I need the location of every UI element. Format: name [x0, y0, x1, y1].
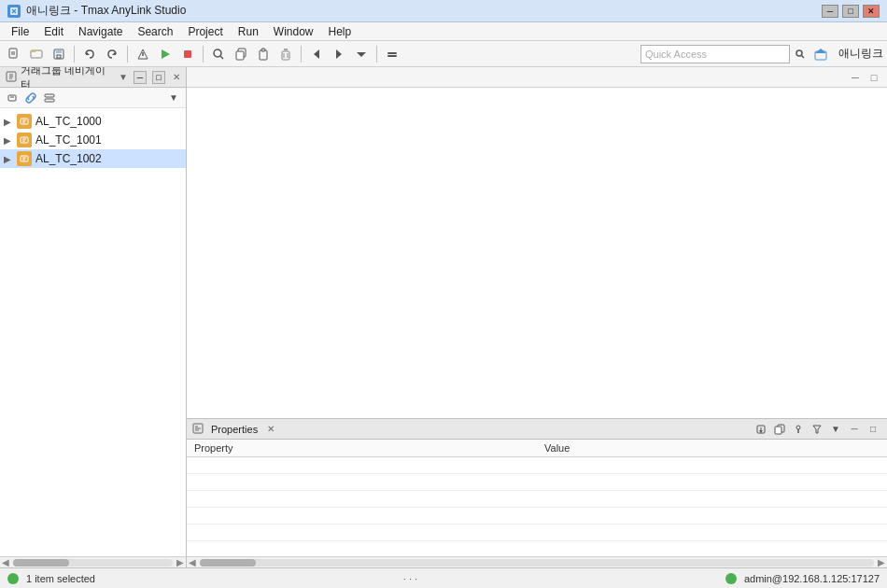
- nav-toolbar-menu[interactable]: ▼: [165, 90, 182, 106]
- toolbar-btn-open[interactable]: [26, 44, 47, 64]
- scroll-left-btn[interactable]: ◀: [0, 557, 11, 567]
- props-scroll-left[interactable]: ◀: [187, 557, 198, 567]
- window-title: 애니링크 - Tmax AnyLink Studio: [26, 3, 186, 19]
- menu-run[interactable]: Run: [231, 23, 266, 40]
- svg-rect-15: [184, 50, 191, 58]
- menu-file[interactable]: File: [4, 23, 36, 40]
- menu-bar: File Edit Navigate Search Project Run Wi…: [0, 22, 887, 41]
- properties-table: Property Value: [187, 440, 887, 541]
- prop-cell-2b: [537, 474, 887, 491]
- toolbar-btn-search[interactable]: [208, 44, 229, 64]
- scroll-track[interactable]: [13, 559, 173, 567]
- navigator-tree: ▶ AL_TC_1000 ▶ AL_TC_1001 ▶ AL_TC_1002: [0, 108, 186, 556]
- close-button[interactable]: ✕: [863, 5, 880, 18]
- props-btn-filter[interactable]: [809, 421, 825, 438]
- tree-arrow-1000: ▶: [4, 117, 13, 127]
- status-icon: [7, 573, 19, 584]
- nav-toolbar-link[interactable]: [22, 90, 39, 106]
- menu-search[interactable]: Search: [130, 23, 180, 40]
- toolbar-sep-3: [203, 46, 204, 63]
- nav-toolbar-collapse[interactable]: [4, 90, 21, 106]
- toolbar-btn-build[interactable]: [133, 44, 153, 64]
- navigator-menu-btn[interactable]: ▼: [119, 72, 128, 82]
- toolbar-btn-copy[interactable]: [231, 44, 251, 64]
- toolbar-btn-nav-back[interactable]: [306, 44, 327, 64]
- scroll-right-btn[interactable]: ▶: [175, 557, 186, 567]
- app-icon: [7, 5, 21, 18]
- toolbar-btn-nav-down[interactable]: [351, 44, 372, 64]
- toolbar-sep-2: [127, 46, 128, 63]
- props-btn-menu[interactable]: ▼: [827, 421, 844, 438]
- prop-cell-4a: [187, 508, 537, 525]
- minimize-button[interactable]: ─: [822, 5, 838, 18]
- prop-row-4: [187, 508, 887, 525]
- toolbar-btn-delete[interactable]: [275, 44, 296, 64]
- menu-help[interactable]: Help: [321, 23, 359, 40]
- navigator-icon: [6, 71, 17, 84]
- props-scroll-right[interactable]: ▶: [876, 557, 887, 567]
- toolbar-btn-run[interactable]: [155, 44, 176, 64]
- status-bar: 1 item selected · · · admin@192.168.1.12…: [0, 567, 887, 588]
- svg-marker-10: [86, 51, 90, 55]
- properties-scrollbar[interactable]: ◀ ▶: [187, 556, 887, 567]
- quick-access-input[interactable]: Quick Access: [641, 45, 790, 63]
- toolbar-btn-undo[interactable]: [79, 44, 100, 64]
- anylink-label: 애니링크: [838, 46, 883, 62]
- menu-navigate[interactable]: Navigate: [71, 23, 130, 40]
- maximize-button[interactable]: □: [842, 5, 859, 18]
- nav-toolbar-layout[interactable]: [41, 90, 58, 106]
- editor-minimize-btn[interactable]: ─: [848, 70, 863, 85]
- tree-item-al-tc-1002[interactable]: ▶ AL_TC_1002: [0, 149, 186, 168]
- menu-edit[interactable]: Edit: [36, 23, 71, 40]
- svg-rect-49: [21, 156, 28, 161]
- toolbar-btn-stop[interactable]: [177, 44, 198, 64]
- svg-marker-14: [162, 49, 170, 59]
- props-btn-pin[interactable]: [790, 421, 807, 438]
- main-area: 거래그룹 네비게이터 ▼ ─ □ ✕ ▼ ▶: [0, 67, 887, 567]
- prop-row-1: [187, 457, 887, 474]
- toolbar: Quick Access 애니링크: [0, 41, 887, 67]
- navigator-close-btn[interactable]: ✕: [173, 72, 180, 82]
- properties-close-x[interactable]: ✕: [267, 424, 275, 434]
- props-btn-maximize[interactable]: □: [865, 421, 881, 438]
- prop-cell-5b: [537, 525, 887, 541]
- toolbar-btn-extra[interactable]: [382, 44, 402, 64]
- props-btn-minimize[interactable]: ─: [846, 421, 863, 438]
- svg-rect-3: [9, 49, 17, 58]
- props-btn-export[interactable]: [753, 421, 769, 438]
- navigator-maximize-btn[interactable]: □: [152, 71, 165, 84]
- properties-icon: [192, 423, 204, 436]
- svg-point-31: [796, 50, 802, 56]
- editor-content: [187, 88, 887, 418]
- right-area: ─ □ Properties ✕: [187, 67, 887, 567]
- menu-project[interactable]: Project: [180, 23, 230, 40]
- svg-marker-26: [314, 49, 319, 59]
- toolbar-btn-redo[interactable]: [102, 44, 122, 64]
- prop-cell-2a: [187, 474, 537, 491]
- svg-rect-46: [21, 137, 28, 143]
- menu-window[interactable]: Window: [266, 23, 321, 40]
- toolbar-btn-paste[interactable]: [253, 44, 274, 64]
- svg-rect-30: [387, 55, 397, 57]
- svg-rect-42: [45, 99, 54, 102]
- svg-marker-11: [112, 51, 116, 55]
- prop-row-2: [187, 474, 887, 491]
- col-property: Property: [187, 440, 537, 457]
- editor-maximize-btn[interactable]: □: [866, 70, 881, 85]
- prop-cell-5a: [187, 525, 537, 541]
- navigator-scrollbar[interactable]: ◀ ▶: [0, 556, 186, 567]
- navigator-minimize-btn[interactable]: ─: [134, 71, 147, 84]
- toolbar-btn-save[interactable]: [49, 44, 69, 64]
- toolbar-btn-anylink-home[interactable]: [810, 44, 831, 64]
- toolbar-btn-search-quick[interactable]: [792, 44, 809, 64]
- tree-item-al-tc-1000[interactable]: ▶ AL_TC_1000: [0, 112, 186, 131]
- tree-arrow-1002: ▶: [4, 154, 13, 164]
- svg-marker-27: [336, 49, 342, 59]
- props-scroll-track[interactable]: [200, 559, 874, 567]
- svg-rect-29: [387, 52, 397, 54]
- svg-line-32: [802, 55, 805, 58]
- tree-item-al-tc-1001[interactable]: ▶ AL_TC_1001: [0, 131, 186, 149]
- toolbar-btn-nav-fwd[interactable]: [329, 44, 349, 64]
- props-btn-copy[interactable]: [771, 421, 788, 438]
- toolbar-btn-new[interactable]: [4, 44, 24, 64]
